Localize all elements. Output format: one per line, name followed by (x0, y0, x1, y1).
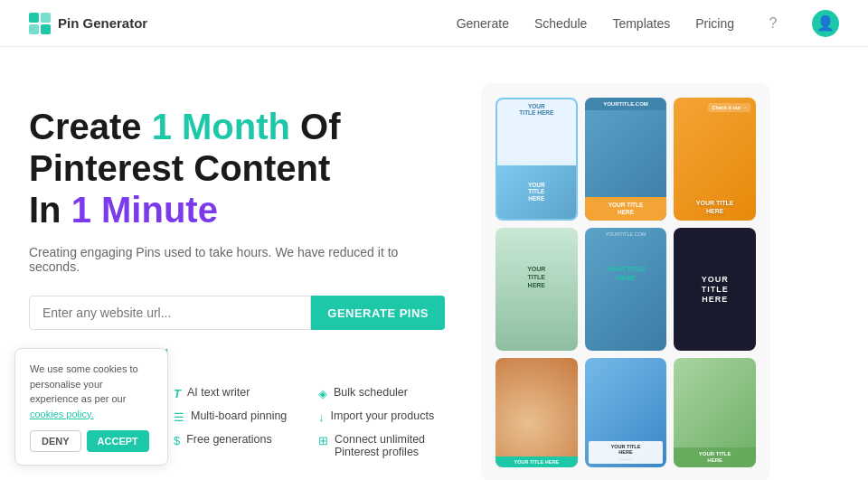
feature-bulk-label: Bulk scheduler (334, 386, 408, 399)
hero-subtitle: Creating engaging Pins used to take hour… (29, 245, 445, 274)
feature-connect-label: Connect unlimited Pinterest profiles (335, 433, 445, 458)
ai-icon: T (174, 387, 181, 400)
nav-generate[interactable]: Generate (457, 16, 509, 31)
generate-button[interactable]: GENERATE PINS (311, 296, 445, 330)
account-button[interactable]: 👤 (812, 10, 839, 37)
feature-bulk: ◈ Bulk scheduler (318, 386, 445, 400)
feature-free: $ Free generations (174, 433, 300, 458)
feature-ai-label: AI text writer (187, 386, 250, 399)
logo-text: Pin Generator (58, 15, 147, 31)
pin-card-8: YOUR TITLEHERE — — — (585, 358, 667, 467)
nav-pricing[interactable]: Pricing (695, 16, 734, 31)
nav-templates[interactable]: Templates (612, 16, 670, 31)
cookie-policy-link[interactable]: cookies policy. (30, 409, 94, 419)
title-line3-pre: In (29, 190, 71, 230)
cookie-buttons: DENY ACCEPT (30, 430, 153, 452)
connect-icon: ⊞ (318, 434, 328, 447)
cookie-text: We use some cookies to personalise your … (30, 362, 153, 421)
hero-title: Create 1 Month Of Pinterest Content In 1… (29, 106, 445, 231)
navbar: Pin Generator Generate Schedule Template… (0, 0, 868, 47)
pin-grid-area: YOURTITLE HERE YOURTITLEHERE YOURTITLE.C… (481, 83, 770, 480)
pin-card-3: Check it out → YOUR TITLEHERE (674, 98, 756, 221)
help-button[interactable]: ? (760, 10, 787, 37)
title-highlight2: 1 Minute (71, 190, 218, 230)
nav-links: Generate Schedule Templates Pricing ? 👤 (457, 10, 839, 37)
url-input[interactable] (29, 296, 311, 330)
pin-grid-container: YOURTITLE HERE YOURTITLEHERE YOURTITLE.C… (481, 83, 770, 480)
title-part2: Of (290, 107, 341, 146)
pin-card-5: YOURTITLE.COM YOUR TITLEHERE (585, 228, 667, 351)
title-part1: Create (29, 107, 152, 146)
cookie-banner: We use some cookies to personalise your … (14, 348, 168, 466)
nav-schedule[interactable]: Schedule (534, 16, 587, 31)
feature-free-label: Free generations (186, 433, 272, 446)
accept-button[interactable]: ACCEPT (87, 430, 149, 452)
pin-card-7: YOUR TITLE HERE (495, 358, 578, 467)
feature-ai-text: T AI text writer (174, 386, 300, 400)
feature-import: ↓ Import your products (318, 409, 445, 424)
feature-connect: ⊞ Connect unlimited Pinterest profiles (318, 433, 445, 458)
bulk-icon: ◈ (318, 387, 327, 400)
feature-multiboard: ☰ Multi-board pinning (174, 409, 300, 424)
logo[interactable]: Pin Generator (29, 13, 147, 34)
pin-card-6: YOURTITLEHERE (674, 228, 756, 351)
pin-card-1: YOURTITLE HERE YOURTITLEHERE (495, 98, 578, 221)
pin-card-4: YOURTITLEHERE (495, 228, 578, 351)
feature-import-label: Import your products (331, 409, 435, 422)
import-icon: ↓ (318, 410, 325, 424)
pin-card-9: YOUR TITLEHERE (674, 358, 756, 467)
multiboard-icon: ☰ (174, 410, 184, 424)
logo-icon (29, 13, 51, 34)
free-icon: $ (174, 434, 180, 447)
generate-form: GENERATE PINS (29, 296, 445, 330)
pin-card-2: YOURTITLE.COM YOUR TITLEHERE (585, 98, 667, 221)
deny-button[interactable]: DENY (30, 430, 81, 452)
title-line2: Pinterest Content (29, 148, 330, 188)
title-highlight1: 1 Month (152, 107, 290, 146)
account-icon: 👤 (816, 14, 835, 32)
feature-multiboard-label: Multi-board pinning (191, 409, 287, 422)
pin-grid: YOURTITLE HERE YOURTITLEHERE YOURTITLE.C… (495, 98, 756, 467)
